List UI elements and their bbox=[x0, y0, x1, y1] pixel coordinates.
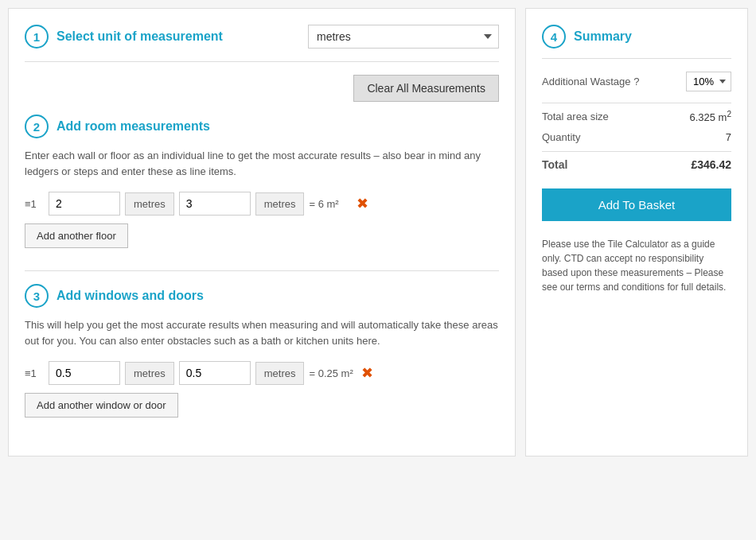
step1-number: 1 bbox=[25, 25, 49, 49]
window-row-1-num: ≡1 bbox=[25, 367, 44, 379]
summary-number: 4 bbox=[542, 25, 566, 49]
step3-description: This will help you get the most accurate… bbox=[25, 317, 499, 348]
total-area-row: Total area size 6.325 m2 bbox=[542, 110, 731, 123]
window-width-unit: metres bbox=[125, 362, 174, 385]
window-row-1: ≡1 metres metres = 0.25 m² ✖ bbox=[25, 361, 499, 385]
summary-title: Summary bbox=[574, 29, 632, 44]
quantity-value: 7 bbox=[726, 131, 731, 143]
step3-title: Add windows and doors bbox=[57, 289, 204, 303]
wastage-label: Additional Wastage ? bbox=[542, 76, 639, 87]
left-panel: 1 Select unit of measurement metres cent… bbox=[8, 8, 516, 456]
window-result: = 0.25 m² bbox=[309, 367, 353, 379]
step2-number: 2 bbox=[25, 115, 49, 138]
quantity-label: Quantity bbox=[542, 131, 580, 143]
window-height-input[interactable] bbox=[179, 361, 251, 385]
step2-header: 2 Add room measurements bbox=[25, 115, 499, 138]
floor-width-input[interactable] bbox=[49, 192, 120, 216]
add-floor-button[interactable]: Add another floor bbox=[25, 223, 128, 248]
step2-title: Add room measurements bbox=[57, 119, 210, 134]
step3-number: 3 bbox=[25, 284, 49, 308]
total-label: Total bbox=[542, 158, 567, 171]
total-area-value: 6.325 m2 bbox=[689, 110, 731, 123]
step1-section: 1 Select unit of measurement metres cent… bbox=[25, 25, 499, 62]
right-panel: 4 Summary Additional Wastage ? 5% 10% 15… bbox=[525, 8, 748, 456]
step2-description: Enter each wall or floor as an individua… bbox=[25, 148, 499, 179]
clear-all-button[interactable]: Clear All Measurements bbox=[353, 75, 499, 102]
remove-window-row-button[interactable]: ✖ bbox=[358, 364, 376, 382]
total-value: £346.42 bbox=[691, 158, 731, 171]
window-width-input[interactable] bbox=[49, 361, 120, 385]
floor-row-1: ≡1 metres metres = 6 m² ✖ bbox=[25, 192, 499, 216]
summary-divider-2 bbox=[542, 151, 731, 152]
step3-header: 3 Add windows and doors bbox=[25, 284, 499, 308]
step1-header: 1 Select unit of measurement bbox=[25, 25, 300, 49]
wastage-select[interactable]: 5% 10% 15% 20% bbox=[686, 72, 731, 91]
divider-1 bbox=[25, 270, 499, 271]
window-height-unit: metres bbox=[255, 362, 305, 385]
add-window-button[interactable]: Add another window or door bbox=[25, 393, 178, 418]
floor-height-input[interactable] bbox=[179, 192, 251, 216]
total-row: Total £346.42 bbox=[542, 158, 731, 171]
wastage-row: Additional Wastage ? 5% 10% 15% 20% bbox=[542, 72, 731, 91]
floor-row-1-num: ≡1 bbox=[25, 198, 44, 210]
disclaimer-text: Please use the Tile Calculator as a guid… bbox=[542, 237, 731, 294]
add-to-basket-button[interactable]: Add To Basket bbox=[542, 188, 731, 221]
clear-row: Clear All Measurements bbox=[25, 75, 499, 102]
step2-section: 2 Add room measurements Enter each wall … bbox=[25, 115, 499, 254]
unit-select[interactable]: metres centimetres feet inches bbox=[308, 25, 499, 49]
step1-title: Select unit of measurement bbox=[57, 29, 223, 44]
total-area-label: Total area size bbox=[542, 111, 609, 122]
floor-result: = 6 m² bbox=[309, 198, 349, 210]
step3-section: 3 Add windows and doors This will help y… bbox=[25, 284, 499, 424]
summary-header: 4 Summary bbox=[542, 25, 731, 59]
summary-divider-1 bbox=[542, 103, 731, 103]
floor-height-unit: metres bbox=[255, 192, 305, 216]
floor-width-unit: metres bbox=[125, 192, 174, 216]
remove-floor-row-button[interactable]: ✖ bbox=[353, 195, 372, 212]
quantity-row: Quantity 7 bbox=[542, 131, 731, 143]
